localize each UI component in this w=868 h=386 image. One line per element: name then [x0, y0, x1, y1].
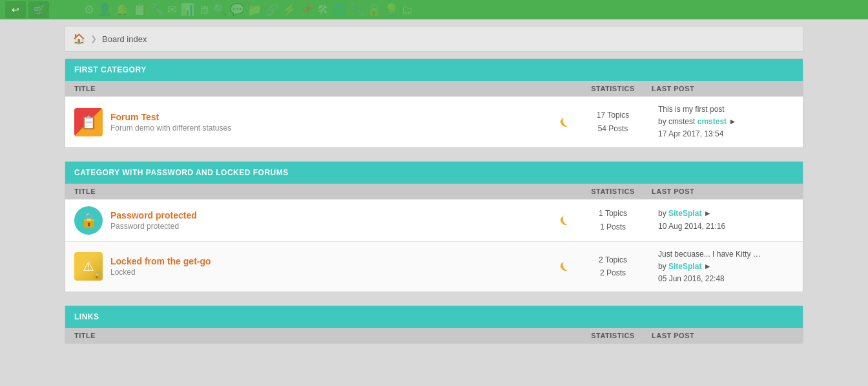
col-last-post-2: LAST POST: [652, 188, 794, 195]
lastpost-by: by cmstest cmstest ►: [658, 116, 794, 128]
breadcrumb-current-page: Board index: [102, 34, 147, 44]
table-header-password-locked: TITLE STATISTICS LAST POST: [65, 184, 803, 199]
category-header-links: LINKS: [65, 306, 803, 328]
lastpost-arrow: ►: [728, 117, 736, 126]
rss-icon-forum-test[interactable]: ⏾: [560, 117, 569, 127]
lastpost-forum-test: This is my first post by cmstest cmstest…: [652, 103, 794, 141]
lastpost-password: by SiteSplat ► 10 Aug 2014, 21:16: [652, 208, 794, 232]
forum-description-locked: Locked: [110, 268, 211, 277]
lastpost-by-locked: by SiteSplat ►: [658, 261, 794, 273]
lastpost-user-sitesplat-2[interactable]: SiteSplat: [668, 262, 701, 271]
breadcrumb-separator: ❯: [90, 34, 97, 43]
stats-forum-test: 17 Topics 54 Posts: [574, 109, 652, 135]
forum-info-area-password: 🔒 Password protected Password protected …: [74, 206, 574, 235]
table-header-first-category: TITLE STATISTICS LAST POST: [65, 81, 803, 96]
forum-title-link-password[interactable]: Password protected: [110, 210, 197, 220]
stats-password: 1 Topics 1 Posts: [574, 207, 652, 233]
category-links: LINKS TITLE STATISTICS LAST POST: [65, 305, 803, 344]
table-header-links: TITLE STATISTICS LAST POST: [65, 328, 803, 343]
col-title: TITLE: [74, 85, 574, 92]
top-bar-decorative-icons: ⚙ 👤 🔔 📋 🔧 ✉ 📊 🖥 🔍 💬 📁 🔗 ⚡ 📌 🛠 🌐 📎 🔒 💡 🗂: [84, 0, 868, 19]
lastpost-arrow-3: ►: [704, 262, 712, 271]
category-first-category: FIRST CATEGORY TITLE STATISTICS LAST POS…: [65, 58, 803, 148]
forum-description-forum-test: Forum demo with different statuses: [110, 123, 231, 133]
lastpost-date: 17 Apr 2017, 13:54: [658, 128, 794, 140]
lastpost-date-locked: 05 Jun 2016, 22:48: [658, 273, 794, 285]
stats-locked: 2 Topics 2 Posts: [574, 253, 652, 280]
col-title-2: TITLE: [74, 188, 574, 195]
forum-title-area: Forum Test Forum demo with different sta…: [110, 112, 231, 133]
top-bar: ↩ 🛒 ⚙ 👤 🔔 📋 🔧 ✉ 📊 🖥 🔍 💬 📁 🔗 ⚡ 📌 🛠 🌐 📎 🔒 …: [0, 0, 868, 19]
forum-info-locked: ⚠ 🔒 Locked from the get-go Locked: [74, 252, 211, 281]
forum-row-password-protected: 🔒 Password protected Password protected …: [65, 199, 803, 241]
col-statistics: STATISTICS: [574, 85, 652, 92]
lastpost-text-locked: Just becuase... I have Kitty …: [658, 248, 794, 261]
forum-title-area-locked: Locked from the get-go Locked: [110, 256, 211, 277]
col-title-links: TITLE: [74, 332, 574, 339]
forum-description-password: Password protected: [110, 222, 197, 231]
home-icon[interactable]: 🏠: [73, 33, 85, 45]
lastpost-text: This is my first post: [658, 103, 794, 116]
back-button[interactable]: ↩: [5, 1, 26, 18]
cart-button[interactable]: 🛒: [28, 1, 49, 18]
col-statistics-links: STATISTICS: [574, 332, 652, 339]
lastpost-by-password: by SiteSplat ►: [658, 208, 794, 220]
forum-info-area-locked: ⚠ 🔒 Locked from the get-go Locked ⏾: [74, 252, 574, 281]
forum-row-forum-test: Forum Test Forum demo with different sta…: [65, 96, 803, 147]
rss-icon-password[interactable]: ⏾: [560, 215, 569, 226]
col-last-post-links: LAST POST: [652, 332, 794, 339]
main-content: FIRST CATEGORY TITLE STATISTICS LAST POS…: [65, 58, 803, 344]
col-statistics-2: STATISTICS: [574, 188, 652, 195]
forum-info-area: Forum Test Forum demo with different sta…: [74, 108, 574, 136]
forum-title-link-forum-test[interactable]: Forum Test: [110, 112, 231, 122]
col-last-post: LAST POST: [652, 85, 794, 92]
forum-info: Forum Test Forum demo with different sta…: [74, 108, 231, 136]
forum-title-link-locked[interactable]: Locked from the get-go: [110, 256, 211, 266]
lastpost-date-password: 10 Aug 2014, 21:16: [658, 220, 794, 233]
lastpost-locked: Just becuase... I have Kitty … by SiteSp…: [652, 248, 794, 286]
forum-title-area-password: Password protected Password protected: [110, 210, 197, 231]
forum-icon-password: 🔒: [74, 206, 103, 235]
forum-icon-forum-test: [74, 108, 103, 136]
breadcrumb: 🏠 ❯ Board index: [65, 26, 803, 52]
lastpost-user-sitesplat-1[interactable]: SiteSplat: [668, 209, 701, 218]
forum-info-password: 🔒 Password protected Password protected: [74, 206, 197, 235]
category-password-locked: CATEGORY WITH PASSWORD AND LOCKED FORUMS…: [65, 161, 803, 293]
lastpost-user-link[interactable]: cmstest: [698, 117, 727, 126]
forum-row-locked: ⚠ 🔒 Locked from the get-go Locked ⏾ 2 To…: [65, 241, 803, 292]
rss-icon-locked[interactable]: ⏾: [560, 261, 569, 272]
category-header-password-locked: CATEGORY WITH PASSWORD AND LOCKED FORUMS: [65, 162, 803, 184]
forum-icon-locked: ⚠ 🔒: [74, 252, 103, 281]
lastpost-arrow-2: ►: [704, 209, 712, 218]
category-header-first-category: FIRST CATEGORY: [65, 59, 803, 81]
